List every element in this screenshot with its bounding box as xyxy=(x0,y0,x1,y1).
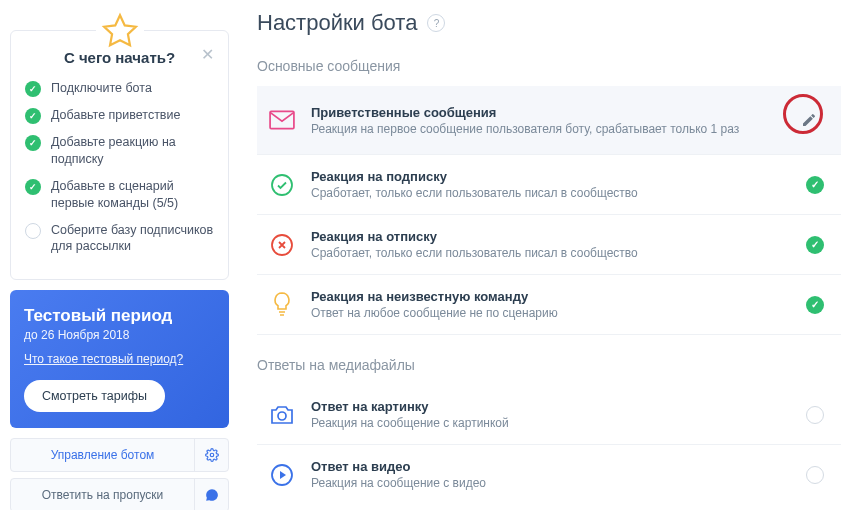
row-image[interactable]: Ответ на картинку Реакция на сообщение с… xyxy=(257,385,841,445)
trial-card: Тестовый период до 26 Ноября 2018 Что та… xyxy=(10,290,229,428)
onboarding-item-label: Добавьте в сценарий первые команды (5/5) xyxy=(51,178,214,212)
status-toggle[interactable] xyxy=(801,231,829,259)
status-off-icon xyxy=(806,466,824,484)
lightbulb-icon xyxy=(269,292,295,318)
check-icon xyxy=(25,81,41,97)
onboarding-list: Подключите бота Добавьте приветствие Доб… xyxy=(25,80,214,255)
onboarding-item[interactable]: Соберите базу подписчиков для рассылки xyxy=(25,222,214,256)
onboarding-item-label: Подключите бота xyxy=(51,80,152,97)
star-icon xyxy=(96,9,144,53)
gear-icon xyxy=(194,439,228,471)
mail-icon xyxy=(269,107,295,133)
trial-title: Тестовый период xyxy=(24,306,215,326)
row-title: Ответ на видео xyxy=(311,459,785,474)
status-off-icon xyxy=(806,406,824,424)
reply-missed-label: Ответить на пропуски xyxy=(11,488,194,502)
row-title: Реакция на подписку xyxy=(311,169,785,184)
svg-marker-0 xyxy=(104,15,136,45)
row-desc: Реакция на сообщение с видео xyxy=(311,476,785,490)
onboarding-item-label: Добавьте приветствие xyxy=(51,107,180,124)
circle-icon xyxy=(25,223,41,239)
highlight-ring xyxy=(783,94,823,134)
trial-info-link[interactable]: Что такое тестовый период? xyxy=(24,352,215,366)
status-on-icon xyxy=(806,236,824,254)
x-circle-icon xyxy=(269,232,295,258)
section-main-heading: Основные сообщения xyxy=(257,58,841,74)
row-title: Приветственные сообщения xyxy=(311,105,773,120)
view-plans-button[interactable]: Смотреть тарифы xyxy=(24,380,165,412)
camera-icon xyxy=(269,402,295,428)
chat-icon xyxy=(194,479,228,510)
close-icon[interactable]: ✕ xyxy=(201,45,214,64)
status-toggle[interactable] xyxy=(801,461,829,489)
onboarding-item[interactable]: Добавьте в сценарий первые команды (5/5) xyxy=(25,178,214,212)
row-unknown[interactable]: Реакция на неизвестную команду Ответ на … xyxy=(257,275,841,335)
trial-until: до 26 Ноября 2018 xyxy=(24,328,215,342)
check-circle-icon xyxy=(269,172,295,198)
help-icon[interactable]: ? xyxy=(427,14,445,32)
row-welcome[interactable]: Приветственные сообщения Реакция на перв… xyxy=(257,86,841,155)
status-toggle[interactable] xyxy=(801,171,829,199)
reply-missed-button[interactable]: Ответить на пропуски xyxy=(10,478,229,510)
status-toggle[interactable] xyxy=(801,401,829,429)
svg-point-3 xyxy=(272,175,292,195)
svg-rect-2 xyxy=(270,111,294,128)
row-subscribe[interactable]: Реакция на подписку Сработает, только ес… xyxy=(257,155,841,215)
onboarding-item[interactable]: Добавьте приветствие xyxy=(25,107,214,124)
svg-point-5 xyxy=(278,412,286,420)
status-toggle[interactable] xyxy=(801,291,829,319)
play-circle-icon xyxy=(269,462,295,488)
row-desc: Реакция на сообщение с картинкой xyxy=(311,416,785,430)
status-on-icon xyxy=(806,296,824,314)
check-icon xyxy=(25,108,41,124)
onboarding-item-label: Добавьте реакцию на подписку xyxy=(51,134,214,168)
onboarding-item[interactable]: Добавьте реакцию на подписку xyxy=(25,134,214,168)
edit-button[interactable] xyxy=(789,100,829,140)
check-icon xyxy=(25,179,41,195)
row-desc: Реакция на первое сообщение пользователя… xyxy=(311,122,773,136)
onboarding-item-label: Соберите базу подписчиков для рассылки xyxy=(51,222,214,256)
manage-bot-button[interactable]: Управление ботом xyxy=(10,438,229,472)
status-on-icon xyxy=(806,176,824,194)
onboarding-card: ✕ С чего начать? Подключите бота Добавьт… xyxy=(10,30,229,280)
page-title: Настройки бота xyxy=(257,10,417,36)
onboarding-item[interactable]: Подключите бота xyxy=(25,80,214,97)
manage-bot-label: Управление ботом xyxy=(11,448,194,462)
check-icon xyxy=(25,135,41,151)
row-desc: Сработает, только если пользователь писа… xyxy=(311,246,785,260)
row-unsubscribe[interactable]: Реакция на отписку Сработает, только есл… xyxy=(257,215,841,275)
row-title: Ответ на картинку xyxy=(311,399,785,414)
row-title: Реакция на отписку xyxy=(311,229,785,244)
section-media-heading: Ответы на медиафайлы xyxy=(257,357,841,373)
row-desc: Ответ на любое сообщение не по сценарию xyxy=(311,306,785,320)
svg-point-1 xyxy=(210,454,214,458)
row-desc: Сработает, только если пользователь писа… xyxy=(311,186,785,200)
row-title: Реакция на неизвестную команду xyxy=(311,289,785,304)
row-video[interactable]: Ответ на видео Реакция на сообщение с ви… xyxy=(257,445,841,504)
